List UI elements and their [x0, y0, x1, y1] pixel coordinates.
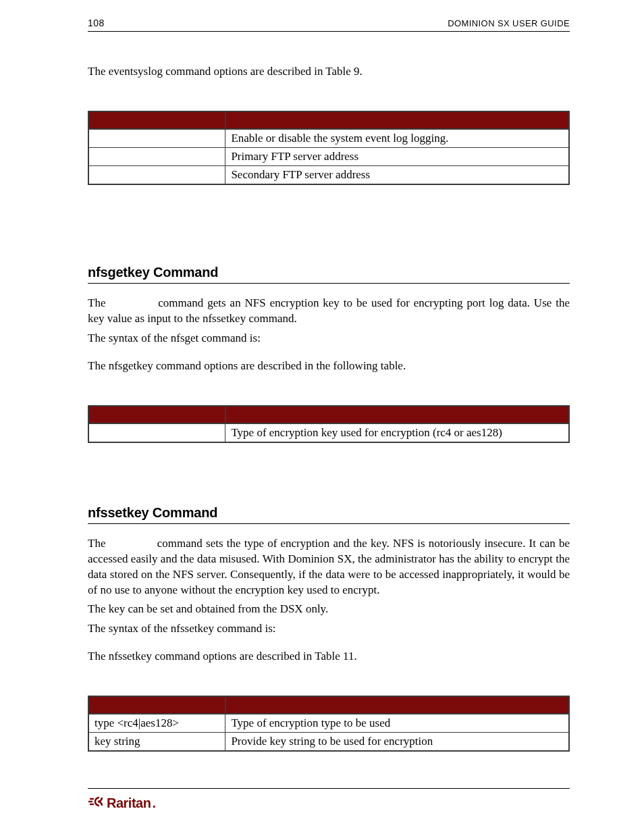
text-fragment: The [88, 296, 109, 309]
table-row: Enable or disable the system event log l… [88, 129, 569, 148]
text-fragment: command gets an NFS encryption key to be… [88, 296, 570, 325]
table-header-cell [88, 111, 225, 129]
table-nfsgetkey: Type of encryption key used for encrypti… [88, 405, 570, 443]
table-row: type <rc4|aes128> Type of encryption typ… [88, 714, 569, 733]
table-11: type <rc4|aes128> Type of encryption typ… [88, 696, 570, 752]
table-header-cell [88, 696, 225, 714]
table-header-cell [225, 696, 569, 714]
brand-name: Raritan [107, 796, 151, 811]
nfssetkey-p4: The nfssetkey command options are descri… [88, 649, 570, 664]
table-cell [88, 165, 225, 184]
table-row: Secondary FTP server address [88, 165, 569, 184]
table-cell [88, 129, 225, 148]
table-row: Type of encryption key used for encrypti… [88, 423, 569, 442]
nfsgetkey-p2: The syntax of the nfsget command is: [88, 331, 570, 346]
table-cell: Provide key string to be used for encryp… [225, 733, 569, 752]
table-header-row [88, 696, 569, 714]
page-footer: Raritan. [88, 788, 570, 811]
table-header-cell [225, 406, 569, 423]
nfssetkey-p3: The syntax of the nfssetkey command is: [88, 621, 570, 637]
brand-dot: . [152, 796, 156, 811]
table-header-cell [88, 406, 225, 423]
table-row: Primary FTP server address [88, 147, 569, 165]
table-cell: Secondary FTP server address [225, 165, 569, 184]
text-fragment: The [88, 537, 109, 550]
text-fragment: command sets the type of encryption and … [88, 537, 570, 596]
table-cell: Type of encryption key used for encrypti… [225, 423, 569, 442]
page-header: 108 DOMINION SX USER GUIDE [88, 18, 570, 32]
section-heading-nfssetkey: nfssetkey Command [88, 505, 570, 524]
table-cell: type <rc4|aes128> [88, 714, 225, 733]
nfsgetkey-p1: The command gets an NFS encryption key t… [88, 296, 570, 327]
brand-logo: Raritan. [88, 796, 156, 811]
table-cell: key string [88, 733, 225, 752]
nfsgetkey-p3: The nfsgetkey command options are descri… [88, 359, 570, 374]
table-cell: Type of encryption type to be used [225, 714, 569, 733]
table-cell: Enable or disable the system event log l… [225, 129, 569, 148]
table-row: key string Provide key string to be used… [88, 733, 569, 752]
logo-mark-icon [88, 796, 105, 811]
table-header-cell [225, 111, 569, 129]
intro-text: The eventsyslog command options are desc… [88, 64, 570, 80]
page-number: 108 [88, 18, 105, 28]
nfssetkey-p1: The command sets the type of encryption … [88, 536, 570, 598]
table-header-row [88, 406, 569, 423]
table-9: Enable or disable the system event log l… [88, 111, 570, 185]
table-header-row [88, 111, 569, 129]
table-cell [88, 423, 225, 442]
table-cell: Primary FTP server address [225, 147, 569, 165]
nfssetkey-p2: The key can be set and obtained from the… [88, 602, 570, 617]
table-cell [88, 147, 225, 165]
header-title: DOMINION SX USER GUIDE [448, 18, 570, 28]
section-heading-nfsgetkey: nfsgetkey Command [88, 265, 570, 284]
